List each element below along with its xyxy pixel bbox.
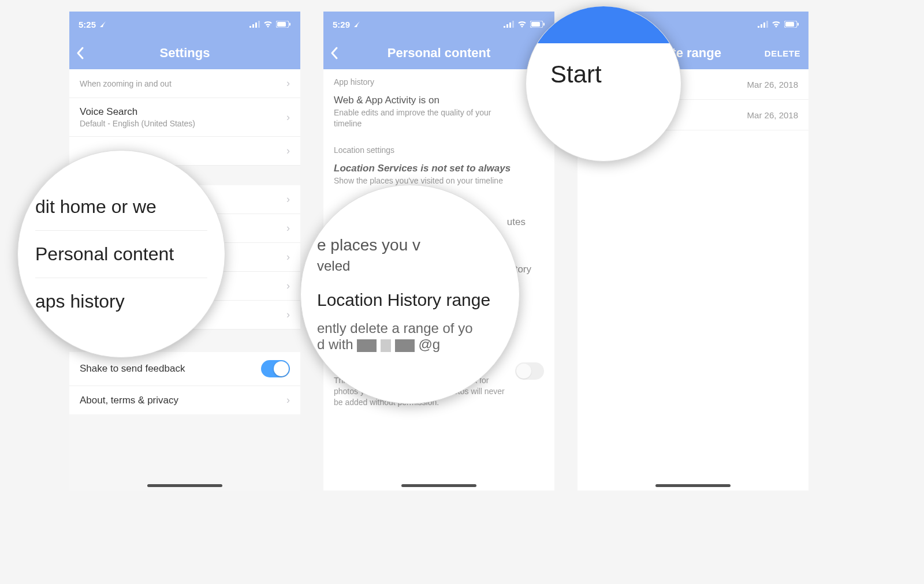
home-indicator [147, 484, 222, 487]
commutes-tail: utes [334, 216, 526, 228]
chevron-right-icon: › [286, 309, 290, 321]
shake-label: Shake to send feedback [80, 363, 185, 375]
check-photos-sub: This allows Google to periodically check… [334, 375, 507, 408]
svg-rect-15 [761, 24, 762, 28]
chevron-right-icon: › [286, 251, 290, 263]
row-start-date[interactable]: Start Mar 26, 2018 [578, 69, 808, 100]
svg-rect-6 [289, 23, 290, 26]
page-title: Personal content [388, 46, 490, 61]
support-list: Shake to send feedback About, terms & pr… [69, 352, 300, 414]
row-linked-accounts[interactable]: Linked accounts › [69, 301, 300, 330]
back-button[interactable] [330, 37, 338, 69]
chevron-right-icon: › [286, 280, 290, 292]
row-hidden-4[interactable]: › [69, 272, 300, 301]
row-end-date[interactable]: End Mar 26, 2018 [578, 100, 808, 130]
chevron-right-icon: › [286, 394, 290, 406]
section-gap [69, 166, 300, 185]
chevron-right-icon: › [286, 193, 290, 205]
signal-icon [249, 21, 260, 28]
status-time: 5:25 [79, 20, 96, 29]
row-hidden-2[interactable]: › [69, 185, 300, 214]
chevron-right-icon: › [286, 77, 290, 89]
home-indicator [401, 484, 476, 487]
row-zoom[interactable]: When zooming in and out › [69, 69, 300, 98]
item-web-activity[interactable]: Web & App Activity is on Enable edits an… [323, 90, 554, 137]
check-photos-toggle[interactable] [515, 362, 544, 380]
row-voice-search[interactable]: Voice Search Default - English (United S… [69, 98, 300, 137]
section-app-history: App history [323, 69, 554, 90]
phone-settings: 5:25 Settings [69, 12, 300, 491]
svg-rect-17 [766, 21, 768, 28]
row-hidden-1[interactable]: › [69, 137, 300, 166]
row-personal-content[interactable]: › [69, 214, 300, 243]
canvas: 5:25 Settings [69, 12, 855, 491]
start-label: Start [588, 78, 609, 90]
item-commutes-partial[interactable]: utes [323, 212, 554, 236]
location-icon [353, 20, 360, 29]
battery-icon [530, 21, 545, 28]
svg-rect-12 [531, 22, 540, 27]
voice-title: Voice Search [80, 106, 195, 118]
back-button[interactable] [584, 37, 593, 69]
section-photo-library: Photo Library [323, 337, 554, 358]
web-activity-sub: Enable edits and improve the quality of … [334, 107, 507, 129]
svg-rect-5 [277, 22, 286, 27]
support-header: SUPPORT [69, 330, 300, 352]
wifi-icon [263, 21, 273, 28]
shake-toggle[interactable] [261, 360, 290, 377]
svg-rect-1 [252, 24, 254, 28]
nav-header: ete range DELETE [578, 37, 808, 69]
item-location-services[interactable]: Location Services is not set to always S… [323, 158, 554, 194]
svg-rect-16 [763, 23, 765, 28]
row-about[interactable]: About, terms & privacy › [69, 386, 300, 414]
svg-rect-8 [506, 24, 508, 28]
section-location-settings: Location settings [323, 137, 554, 158]
page-title: Settings [160, 46, 210, 61]
about-label: About, terms & privacy [80, 395, 178, 406]
phone-delete-range: 5:29 ete range [578, 12, 808, 491]
status-time: 5:29 [333, 20, 350, 29]
signal-icon [758, 21, 768, 28]
end-label: End [588, 109, 605, 121]
svg-rect-2 [255, 23, 257, 28]
svg-rect-14 [758, 26, 759, 28]
svg-rect-0 [249, 26, 251, 28]
web-activity-title: Web & App Activity is on [334, 95, 544, 106]
end-value: Mar 26, 2018 [747, 110, 798, 120]
wifi-icon [772, 21, 781, 28]
history-tail: story [334, 264, 531, 275]
svg-rect-3 [258, 21, 260, 28]
svg-rect-9 [509, 23, 511, 28]
battery-icon [276, 21, 291, 28]
row-hidden-3[interactable]: › [69, 243, 300, 272]
zoom-subtitle: When zooming in and out [80, 79, 172, 88]
battery-icon [784, 21, 799, 28]
wifi-icon [517, 21, 527, 28]
nav-header: Settings [69, 37, 300, 69]
del-tail-1: ory [334, 306, 507, 317]
row-shake-feedback[interactable]: Shake to send feedback [69, 352, 300, 386]
svg-rect-7 [504, 26, 505, 28]
status-bar: 5:25 [69, 12, 300, 37]
delete-button[interactable]: DELETE [765, 37, 800, 69]
page-title: ete range [665, 46, 721, 61]
status-time: 5:29 [587, 20, 604, 29]
home-indicator [655, 484, 731, 487]
item-history-partial[interactable]: story [323, 259, 554, 283]
item-delete-all-partial[interactable]: ory om [323, 301, 554, 338]
svg-rect-20 [798, 23, 799, 26]
loc-not-always-sub: Show the places you've visited on your t… [334, 175, 507, 186]
del-tail-2: om [334, 319, 507, 330]
back-button[interactable] [76, 37, 84, 69]
chevron-right-icon: › [286, 111, 290, 123]
svg-rect-19 [785, 22, 794, 27]
svg-rect-13 [543, 23, 545, 26]
nav-header: Personal content [323, 37, 554, 69]
item-check-photos[interactable]: Check for photos This allows Google to p… [323, 358, 554, 416]
location-icon [99, 20, 106, 29]
voice-subtitle: Default - English (United States) [80, 119, 195, 128]
location-icon [608, 20, 614, 29]
svg-rect-10 [512, 21, 514, 28]
start-value: Mar 26, 2018 [747, 80, 798, 89]
delete-label: DELETE [765, 48, 800, 58]
